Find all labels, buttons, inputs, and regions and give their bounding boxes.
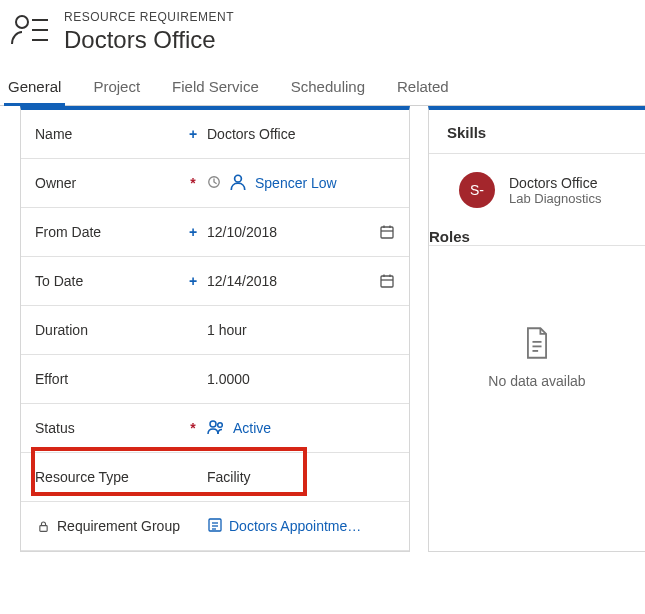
person-icon [229,173,247,194]
field-name-label: Name [35,126,185,142]
field-from-date-label: From Date [35,224,185,240]
svg-rect-16 [39,525,46,531]
tab-related[interactable]: Related [393,72,453,105]
form-icon [207,517,223,536]
calendar-icon[interactable] [379,273,395,289]
field-name[interactable]: Name + Doctors Office [21,110,409,159]
entity-type-label: RESOURCE REQUIREMENT [64,10,234,24]
required-indicator-icon: * [185,420,201,436]
avatar: S‑ [459,172,495,208]
skill-line2: Lab Diagnostics [509,191,602,206]
recommended-indicator-icon: + [185,126,201,142]
content-area: Name + Doctors Office Owner * Spencer Lo… [0,106,645,552]
lock-icon [35,518,51,534]
clock-icon [207,175,221,192]
svg-point-15 [218,422,223,427]
field-status-label: Status [35,420,185,436]
tab-general[interactable]: General [4,72,65,105]
field-requirement-group-value[interactable]: Doctors Appointme… [201,517,395,536]
tab-field-service[interactable]: Field Service [168,72,263,105]
empty-state-text: No data availab [488,373,585,389]
related-panel: Skills S‑ Doctors Office Lab Diagnostics… [428,106,645,552]
field-resource-type-label: Resource Type [35,469,185,485]
field-requirement-group[interactable]: Requirement Group Doctors Appointme… [21,502,409,551]
field-name-value[interactable]: Doctors Office [201,126,395,142]
skill-line1: Doctors Office [509,175,602,191]
field-from-date[interactable]: From Date + 12/10/2018 [21,208,409,257]
field-to-date-label: To Date [35,273,185,289]
recommended-indicator-icon: + [185,224,201,240]
svg-rect-10 [381,276,393,287]
field-status-value[interactable]: Active [201,418,395,439]
field-resource-type-value[interactable]: Facility [201,469,395,485]
field-from-date-value[interactable]: 12/10/2018 [201,224,379,240]
owner-link-text[interactable]: Spencer Low [255,175,337,191]
field-resource-type[interactable]: Resource Type Facility [21,453,409,502]
svg-point-0 [16,16,28,28]
field-duration-label: Duration [35,322,185,338]
field-to-date-value[interactable]: 12/14/2018 [201,273,379,289]
recommended-indicator-icon: + [185,273,201,289]
field-owner[interactable]: Owner * Spencer Low [21,159,409,208]
field-effort-label: Effort [35,371,185,387]
field-to-date[interactable]: To Date + 12/14/2018 [21,257,409,306]
skill-item[interactable]: S‑ Doctors Office Lab Diagnostics [429,154,645,228]
required-indicator-icon: * [185,175,201,191]
field-duration-value[interactable]: 1 hour [201,322,395,338]
people-icon [207,418,225,439]
document-icon [523,326,551,363]
skills-section-title: Skills [429,110,645,154]
field-owner-label: Owner [35,175,185,191]
entity-name-label: Doctors Office [64,26,234,54]
roles-section-title: Roles [429,228,645,246]
svg-point-14 [210,421,216,427]
calendar-icon[interactable] [379,224,395,240]
page-header: RESOURCE REQUIREMENT Doctors Office [0,0,645,64]
roles-empty-state: No data availab [429,246,645,389]
field-status[interactable]: Status * Active [21,404,409,453]
requirement-group-link-text[interactable]: Doctors Appointme… [229,518,361,534]
field-requirement-group-label: Requirement Group [35,518,185,534]
tab-scheduling[interactable]: Scheduling [287,72,369,105]
field-effort[interactable]: Effort 1.0000 [21,355,409,404]
svg-point-5 [235,175,242,182]
svg-rect-6 [381,227,393,238]
field-duration[interactable]: Duration 1 hour [21,306,409,355]
tab-project[interactable]: Project [89,72,144,105]
entity-icon [10,10,50,53]
tab-bar: General Project Field Service Scheduling… [0,64,645,106]
field-owner-value[interactable]: Spencer Low [201,173,395,194]
field-effort-value[interactable]: 1.0000 [201,371,395,387]
status-link-text[interactable]: Active [233,420,271,436]
general-form-card: Name + Doctors Office Owner * Spencer Lo… [20,106,410,552]
